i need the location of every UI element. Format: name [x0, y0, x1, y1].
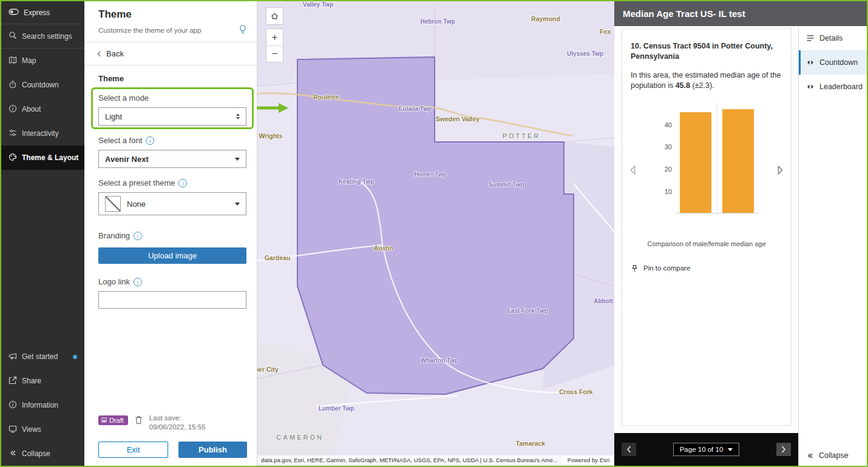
zoom-out-button[interactable]: − — [266, 45, 283, 62]
mode-select[interactable]: Light — [98, 107, 246, 126]
info-circle-icon — [8, 400, 17, 411]
chevron-down-icon — [235, 203, 240, 206]
next-page-button[interactable] — [776, 443, 791, 456]
map-canvas[interactable]: Valley TwpHebron TwpRaymondFoxUlysses Tw… — [257, 1, 614, 466]
app-title: Express — [24, 8, 50, 17]
page-select[interactable]: Page 10 of 10 — [673, 443, 740, 456]
last-save-label: Last save: — [149, 414, 206, 423]
y-tick-label: 40 — [665, 121, 672, 129]
notification-dot — [73, 355, 77, 359]
app-window: Express Search settings Map Countdown Ab… — [0, 0, 868, 467]
upload-image-button[interactable]: Upload image — [98, 247, 246, 264]
chevron-right-icon — [781, 446, 786, 453]
chevron-left-icon — [98, 51, 103, 56]
countdown-panel: 10. Census Tract 9504 in Potter County, … — [614, 26, 798, 466]
sidebar-item-interactivity[interactable]: Interactivity — [1, 121, 84, 146]
y-tick-label: 10 — [665, 188, 672, 195]
left-right-arrows-icon — [806, 58, 815, 67]
info-icon[interactable]: i — [134, 278, 142, 286]
y-axis: 10203040 — [655, 101, 672, 213]
tab-countdown[interactable]: Countdown — [799, 50, 868, 75]
draft-status-badge: Draft — [98, 415, 128, 425]
publish-button[interactable]: Publish — [178, 442, 247, 458]
zoom-in-button[interactable]: + — [266, 29, 283, 45]
double-chevron-left-icon — [8, 449, 17, 459]
chevron-down-icon — [728, 448, 733, 451]
mode-label: Select a mode — [98, 93, 246, 102]
basemap-svg — [257, 1, 614, 466]
last-save-value: 09/06/2022, 15:55 — [149, 423, 206, 432]
panel-collapse-button[interactable]: Collapse — [799, 451, 868, 460]
search-settings[interactable]: Search settings — [1, 24, 84, 49]
page-navigation-bar: Page 10 of 10 — [614, 433, 798, 466]
sidebar-collapse[interactable]: Collapse — [1, 442, 84, 466]
bar-female — [722, 109, 754, 213]
sidebar-item-about[interactable]: About — [1, 97, 84, 121]
section-title: Theme — [98, 74, 246, 83]
home-icon — [270, 12, 279, 21]
map-attribution: data.pa.gov, Esri, HERE, Garmin, SafeGra… — [257, 455, 614, 465]
mode-value: Light — [105, 112, 122, 121]
widget-tabs-panel: Details Countdown Leaderboard Collapse — [798, 26, 868, 466]
sidebar-item-label: Share — [22, 377, 41, 385]
pushpin-icon — [631, 264, 639, 272]
delete-draft-button[interactable] — [134, 414, 144, 428]
sidebar-item-label: Collapse — [22, 449, 50, 458]
info-icon[interactable]: i — [178, 179, 187, 187]
express-toggle-icon — [8, 8, 19, 17]
preset-theme-select[interactable]: None — [98, 192, 246, 215]
median-age-value: 45.8 — [676, 81, 690, 90]
tab-leaderboard[interactable]: Leaderboard — [799, 75, 868, 99]
carousel-previous-button[interactable] — [628, 164, 637, 178]
sidebar-item-label: Views — [22, 425, 41, 434]
info-icon[interactable]: i — [134, 232, 142, 240]
home-button[interactable] — [266, 7, 283, 25]
chart-caption: Comparison of male/female median age — [631, 240, 782, 247]
tab-label: Details — [819, 34, 843, 42]
sidebar-item-views[interactable]: Views — [1, 417, 84, 442]
sidebar-item-theme-layout[interactable]: Theme & Layout — [1, 146, 84, 170]
exit-button[interactable]: Exit — [98, 442, 168, 458]
sidebar-item-label: Map — [22, 56, 36, 65]
carousel-next-button[interactable] — [776, 164, 785, 178]
save-icon — [101, 417, 107, 423]
powered-by-esri[interactable]: Powered by Esri — [563, 455, 614, 465]
tab-details[interactable]: Details — [799, 26, 868, 50]
sidebar-item-share[interactable]: Share — [1, 369, 84, 393]
preset-theme-label: Select a preset theme — [98, 178, 175, 187]
font-select[interactable]: Avenir Next — [98, 150, 246, 168]
font-value: Avenir Next — [105, 155, 149, 164]
info-circle-icon — [8, 104, 17, 115]
feature-title: 10. Census Tract 9504 in Potter County, … — [631, 41, 782, 62]
logo-link-label: Logo link — [98, 277, 130, 286]
page-select-label: Page 10 of 10 — [680, 446, 724, 453]
info-icon[interactable]: i — [146, 136, 154, 145]
back-label: Back — [106, 49, 124, 58]
lightbulb-tip-icon[interactable] — [239, 25, 247, 36]
triangle-right-icon — [777, 166, 784, 175]
chevron-left-icon — [626, 446, 631, 453]
sidebar-item-information[interactable]: Information — [1, 393, 84, 417]
search-icon — [8, 31, 17, 41]
tab-label: Countdown — [819, 58, 858, 67]
megaphone-icon — [8, 352, 17, 362]
back-button[interactable]: Back — [84, 42, 257, 66]
app-preview-header: Median Age Tract US- IL test — [614, 1, 868, 26]
double-chevron-left-icon — [806, 452, 814, 460]
express-mode-toggle[interactable]: Express — [1, 1, 84, 24]
left-right-arrows-icon — [806, 82, 815, 91]
trash-icon — [135, 415, 143, 425]
pin-to-compare[interactable]: Pin to compare — [631, 264, 782, 272]
spinner-icon — [236, 113, 240, 120]
sidebar-item-countdown[interactable]: Countdown — [1, 73, 84, 97]
logo-link-input[interactable] — [98, 291, 246, 309]
previous-page-button[interactable] — [622, 443, 636, 456]
device-icon — [8, 425, 17, 435]
sidebar-item-map[interactable]: Map — [1, 49, 84, 73]
sidebar-item-get-started[interactable]: Get started — [1, 344, 84, 369]
y-tick-label: 20 — [665, 166, 672, 173]
median-age-chart: 10203040 — [631, 101, 782, 232]
bar-plot — [676, 101, 758, 213]
y-tick-label: 30 — [665, 143, 672, 150]
chevron-down-icon — [235, 158, 240, 161]
